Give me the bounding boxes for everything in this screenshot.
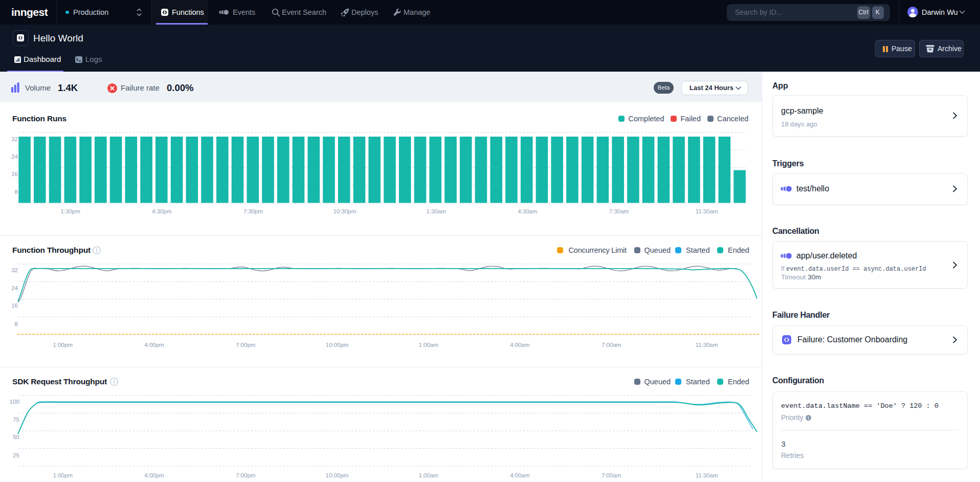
svg-text:1:00pm: 1:00pm bbox=[53, 472, 73, 478]
svg-text:8: 8 bbox=[15, 189, 18, 195]
svg-text:4:00pm: 4:00pm bbox=[144, 342, 164, 348]
svg-text:7:30am: 7:30am bbox=[609, 208, 629, 214]
svg-text:24: 24 bbox=[11, 285, 18, 291]
svg-text:7:00am: 7:00am bbox=[602, 342, 621, 348]
svg-text:8: 8 bbox=[15, 321, 18, 327]
svg-text:32: 32 bbox=[11, 267, 18, 273]
svg-text:16: 16 bbox=[11, 302, 18, 309]
svg-text:25: 25 bbox=[13, 452, 19, 458]
svg-text:1:00am: 1:00am bbox=[419, 472, 438, 478]
svg-text:10:00pm: 10:00pm bbox=[326, 342, 349, 348]
svg-text:100: 100 bbox=[10, 399, 19, 405]
svg-text:75: 75 bbox=[13, 417, 19, 423]
svg-text:7:00am: 7:00am bbox=[602, 472, 621, 478]
svg-text:11:30am: 11:30am bbox=[696, 208, 718, 214]
svg-text:4:00pm: 4:00pm bbox=[144, 472, 164, 478]
svg-text:4:00am: 4:00am bbox=[510, 472, 529, 478]
svg-text:1:30pm: 1:30pm bbox=[60, 208, 80, 214]
svg-text:1:00am: 1:00am bbox=[419, 342, 438, 348]
svg-text:24: 24 bbox=[11, 154, 18, 160]
svg-text:7:30pm: 7:30pm bbox=[243, 208, 263, 214]
svg-text:1:00pm: 1:00pm bbox=[53, 342, 73, 348]
svg-text:10:00pm: 10:00pm bbox=[326, 472, 349, 478]
svg-text:7:00pm: 7:00pm bbox=[236, 472, 255, 478]
svg-text:4:30am: 4:30am bbox=[518, 208, 537, 214]
svg-text:1:30am: 1:30am bbox=[426, 208, 446, 214]
svg-text:10:30pm: 10:30pm bbox=[333, 208, 357, 214]
svg-text:11:30am: 11:30am bbox=[696, 472, 718, 478]
svg-text:11:30am: 11:30am bbox=[696, 342, 718, 348]
svg-text:7:00pm: 7:00pm bbox=[236, 342, 255, 348]
svg-text:4:00am: 4:00am bbox=[510, 342, 529, 348]
svg-text:4:30pm: 4:30pm bbox=[152, 208, 171, 214]
svg-text:16: 16 bbox=[11, 171, 18, 177]
svg-text:32: 32 bbox=[11, 136, 18, 142]
svg-text:50: 50 bbox=[13, 434, 19, 440]
